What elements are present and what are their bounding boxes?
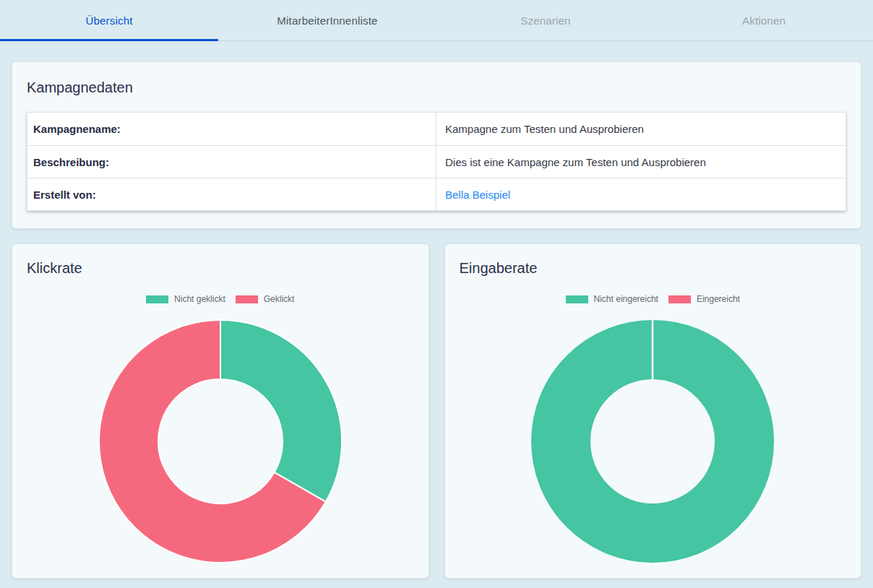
created-by-label: Erstellt von: [27,178,436,210]
table-row: Beschreibung: Dies ist eine Kampagne zum… [27,145,846,178]
campaign-card-title: Kampagnedaten [27,79,846,96]
table-row: Kampagnename: Kampagne zum Testen und Au… [27,113,846,145]
clickrate-legend: Nicht geklickt Geklickt [27,294,414,304]
legend-item-not-clicked[interactable]: Nicht geklickt [146,294,225,304]
clickrate-chart-card: Klickrate Nicht geklickt Geklickt [12,243,429,579]
legend-swatch-green [146,295,168,303]
legend-item-clicked[interactable]: Geklickt [236,294,295,304]
description-label: Beschreibung: [27,146,436,178]
created-by-cell: Bella Beispiel [436,178,846,210]
legend-item-not-submitted[interactable]: Nicht eingereicht [566,294,658,304]
campaign-name-value: Kampagne zum Testen und Ausprobieren [436,113,846,145]
legend-label: Geklickt [264,294,295,304]
campaign-name-label: Kampagnename: [27,113,436,145]
tab-szenarien: Szenarien [436,0,655,40]
table-row: Erstellt von: Bella Beispiel [27,178,846,210]
campaign-data-card: Kampagnedaten Kampagnename: Kampagne zum… [12,61,861,229]
submitrate-legend: Nicht eingereicht Eingereicht [460,294,847,304]
tab-bar: Übersicht MitarbeiterInnenliste Szenarie… [0,0,873,41]
submitrate-chart-title: Eingaberate [460,260,847,277]
clickrate-chart-title: Klickrate [27,260,414,277]
submitrate-donut-chart [528,317,777,566]
page-content: Kampagnedaten Kampagnename: Kampagne zum… [0,61,873,579]
clickrate-donut-wrap [27,317,414,566]
legend-swatch-green [566,295,588,303]
description-value: Dies ist eine Kampagne zum Testen und Au… [436,146,846,178]
legend-swatch-red [236,295,258,303]
legend-item-submitted[interactable]: Eingereicht [668,294,740,304]
tab-uebersicht[interactable]: Übersicht [0,0,218,40]
legend-label: Eingereicht [697,294,740,304]
legend-label: Nicht geklickt [174,294,225,304]
charts-row: Klickrate Nicht geklickt Geklickt Eingab… [12,243,861,579]
campaign-info-table: Kampagnename: Kampagne zum Testen und Au… [27,112,846,211]
clickrate-donut-chart [96,317,345,566]
legend-label: Nicht eingereicht [594,294,658,304]
submitrate-donut-wrap [460,317,847,566]
submitrate-chart-card: Eingaberate Nicht eingereicht Eingereich… [444,243,862,579]
created-by-link[interactable]: Bella Beispiel [445,189,510,201]
legend-swatch-red [668,295,691,303]
tab-aktionen: Aktionen [655,0,873,40]
tab-mitarbeiterinnenliste[interactable]: MitarbeiterInnenliste [218,0,436,40]
